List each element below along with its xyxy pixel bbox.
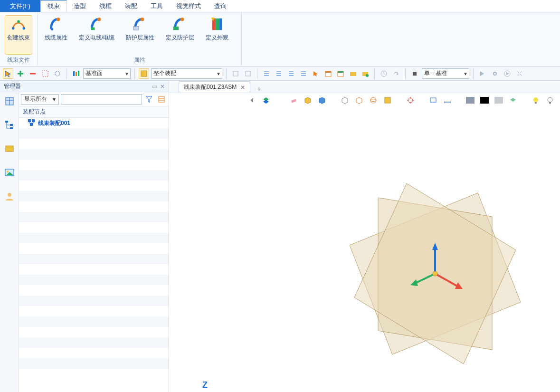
svg-point-5 bbox=[97, 18, 101, 21]
minimize-panel-icon[interactable]: ▭ bbox=[152, 83, 157, 90]
marquee-icon[interactable] bbox=[40, 68, 50, 79]
view-layers-icon[interactable] bbox=[261, 95, 271, 105]
define-wire-button[interactable]: 定义电线/电缆 bbox=[76, 15, 117, 55]
folder-icon[interactable] bbox=[348, 68, 358, 79]
tb-icon-2[interactable] bbox=[243, 68, 253, 79]
svg-point-31 bbox=[366, 74, 369, 77]
tb-icon-1[interactable] bbox=[230, 68, 241, 79]
grid-icon[interactable] bbox=[382, 95, 393, 105]
pointer-tool[interactable] bbox=[3, 68, 13, 79]
define-look-button[interactable]: 定义外观 bbox=[203, 15, 231, 55]
tab-assembly[interactable]: 装配 bbox=[118, 0, 144, 12]
svg-rect-22 bbox=[233, 71, 238, 76]
manager-panel: 管理器 ▭ ✕ 显示所有▾ 装配节点 bbox=[0, 81, 169, 392]
svg-marker-48 bbox=[146, 96, 152, 102]
add-icon[interactable] bbox=[15, 68, 26, 79]
svg-rect-73 bbox=[549, 102, 551, 104]
tree-empty-row bbox=[19, 243, 169, 254]
tree-empty-row bbox=[19, 191, 169, 201]
assembly-scope-icon[interactable] bbox=[139, 68, 149, 79]
tree-search-input[interactable] bbox=[61, 94, 142, 105]
datum-plane-select[interactable]: 基准面▾ bbox=[83, 68, 131, 79]
calendar-icon[interactable] bbox=[323, 68, 333, 79]
svg-marker-38 bbox=[506, 72, 509, 75]
list-view-icon[interactable] bbox=[156, 94, 167, 105]
tree-empty-row bbox=[19, 358, 169, 369]
close-tab-icon[interactable]: ✕ bbox=[240, 84, 245, 91]
shield-attr-button[interactable]: 防护层属性 bbox=[123, 15, 157, 55]
assembly-node-icon bbox=[28, 119, 35, 128]
expand-icon[interactable] bbox=[514, 68, 525, 79]
new-tab-button[interactable]: + bbox=[254, 85, 264, 93]
document-tab[interactable]: 线束装配001.Z3ASM ✕ bbox=[179, 81, 250, 93]
svg-rect-65 bbox=[430, 98, 436, 102]
sidebar-image-icon[interactable] bbox=[3, 166, 16, 179]
tab-harness[interactable]: 线束 bbox=[40, 0, 67, 12]
stop-icon[interactable] bbox=[409, 68, 420, 79]
chevron-down-icon: ▾ bbox=[125, 70, 128, 77]
tree-empty-row bbox=[19, 327, 169, 337]
sidebar-cube-icon[interactable] bbox=[3, 95, 16, 107]
group-label-harness-file: 线束文件 bbox=[5, 55, 32, 65]
remove-icon[interactable] bbox=[28, 68, 38, 79]
svg-rect-8 bbox=[133, 27, 139, 30]
arrow-icon[interactable] bbox=[477, 68, 488, 79]
sidebar-tree-icon[interactable] bbox=[3, 119, 16, 131]
play-icon[interactable] bbox=[502, 68, 513, 79]
svg-marker-55 bbox=[263, 100, 269, 104]
box-blue-icon[interactable] bbox=[317, 95, 327, 105]
sidebar-box-icon[interactable] bbox=[3, 143, 16, 155]
list-icon-1[interactable] bbox=[261, 68, 272, 79]
svg-rect-63 bbox=[385, 97, 390, 103]
scope-select[interactable]: 整个装配▾ bbox=[151, 68, 222, 79]
eraser-icon[interactable] bbox=[288, 95, 299, 105]
tree-empty-row bbox=[19, 275, 169, 285]
tab-query[interactable]: 查询 bbox=[208, 0, 233, 12]
tree-root-row[interactable]: 线束装配001 bbox=[19, 118, 169, 128]
create-harness-button[interactable]: 创建线束 bbox=[5, 15, 32, 55]
swatch-black-icon[interactable] bbox=[479, 95, 490, 105]
lasso-icon[interactable] bbox=[52, 68, 63, 79]
funnel-icon[interactable] bbox=[144, 94, 154, 105]
svg-rect-21 bbox=[141, 71, 147, 76]
close-panel-icon[interactable]: ✕ bbox=[160, 83, 165, 90]
datum-mode-select[interactable]: 单一基准▾ bbox=[422, 68, 469, 79]
filter-label: 显示所有 bbox=[24, 95, 47, 103]
swatch-light-icon[interactable] bbox=[494, 95, 504, 105]
filter-bars-icon[interactable] bbox=[71, 68, 81, 79]
filter-select[interactable]: 显示所有▾ bbox=[21, 94, 59, 105]
cable-attr-icon bbox=[48, 17, 64, 32]
calendar2-icon[interactable] bbox=[335, 68, 346, 79]
svg-rect-52 bbox=[30, 123, 33, 126]
view-back-icon[interactable] bbox=[247, 95, 257, 105]
bulb-icon[interactable] bbox=[531, 95, 541, 105]
box-yellow-icon[interactable] bbox=[303, 95, 313, 105]
cube-outline-icon[interactable] bbox=[340, 95, 350, 105]
cube-orange-icon[interactable] bbox=[354, 95, 364, 105]
screen-icon[interactable] bbox=[428, 95, 438, 105]
list-icon-3[interactable] bbox=[286, 68, 296, 79]
bulb2-icon[interactable] bbox=[545, 95, 555, 105]
list-icon-2[interactable] bbox=[274, 68, 284, 79]
measure-icon[interactable] bbox=[442, 95, 453, 105]
target-icon[interactable] bbox=[405, 95, 416, 105]
define-shield-button[interactable]: 定义防护层 bbox=[163, 15, 197, 55]
sphere-icon[interactable] bbox=[368, 95, 379, 105]
history-icon[interactable] bbox=[379, 68, 389, 79]
redo-icon[interactable] bbox=[391, 68, 401, 79]
tab-tools[interactable]: 工具 bbox=[144, 0, 170, 12]
tab-visual[interactable]: 视觉样式 bbox=[170, 0, 208, 12]
pointer2-icon[interactable] bbox=[311, 68, 321, 79]
tree-empty-row bbox=[19, 316, 169, 327]
tab-wireframe[interactable]: 线框 bbox=[93, 0, 118, 12]
viewport-3d[interactable]: Z bbox=[169, 107, 560, 392]
gear-icon[interactable] bbox=[490, 68, 500, 79]
layers2-icon[interactable] bbox=[508, 95, 518, 105]
folder2-icon[interactable] bbox=[360, 68, 370, 79]
sidebar-user-icon[interactable] bbox=[3, 190, 16, 202]
tab-shape[interactable]: 造型 bbox=[67, 0, 93, 12]
file-menu[interactable]: 文件(F) bbox=[0, 0, 40, 12]
cable-attr-button[interactable]: 线缆属性 bbox=[42, 15, 70, 55]
swatch-grey-icon[interactable] bbox=[465, 95, 475, 105]
list-icon-4[interactable] bbox=[298, 68, 309, 79]
